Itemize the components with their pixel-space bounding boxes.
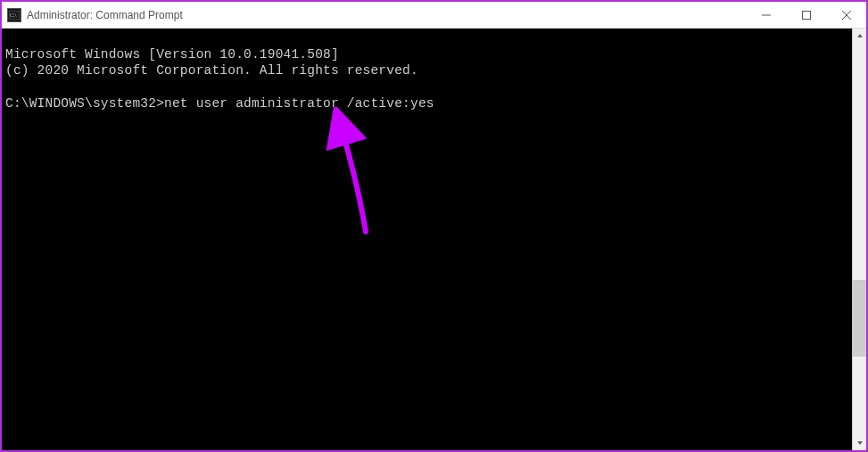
scroll-thumb[interactable]: [853, 280, 866, 357]
cmd-icon: C:\: [7, 8, 21, 22]
terminal-area: Microsoft Windows [Version 10.0.19041.50…: [2, 29, 866, 450]
window-controls: [746, 2, 866, 28]
maximize-icon: [802, 11, 811, 20]
window-title: Administrator: Command Prompt: [27, 9, 746, 21]
copyright-line: (c) 2020 Microsoft Corporation. All righ…: [5, 63, 418, 78]
terminal-output[interactable]: Microsoft Windows [Version 10.0.19041.50…: [2, 29, 852, 450]
version-line: Microsoft Windows [Version 10.0.19041.50…: [5, 47, 339, 62]
maximize-button[interactable]: [786, 2, 826, 28]
close-button[interactable]: [826, 2, 866, 28]
titlebar: C:\ Administrator: Command Prompt: [2, 2, 866, 29]
svg-marker-7: [857, 34, 863, 37]
scroll-up-button[interactable]: [853, 29, 866, 43]
chevron-up-icon: [856, 32, 864, 39]
annotation-arrow: [294, 107, 401, 250]
prompt-line: C:\WINDOWS\system32>net user administrat…: [5, 96, 434, 111]
close-icon: [842, 11, 851, 20]
svg-rect-3: [802, 11, 810, 19]
scroll-down-button[interactable]: [853, 436, 866, 450]
chevron-down-icon: [856, 440, 864, 447]
vertical-scrollbar[interactable]: [852, 29, 866, 450]
svg-text:C:\: C:\: [10, 12, 17, 18]
svg-marker-8: [857, 441, 863, 445]
typed-command: net user administrator /active:yes: [164, 96, 434, 111]
minimize-button[interactable]: [746, 2, 786, 28]
prompt-path: C:\WINDOWS\system32>: [5, 96, 164, 111]
minimize-icon: [762, 11, 771, 20]
